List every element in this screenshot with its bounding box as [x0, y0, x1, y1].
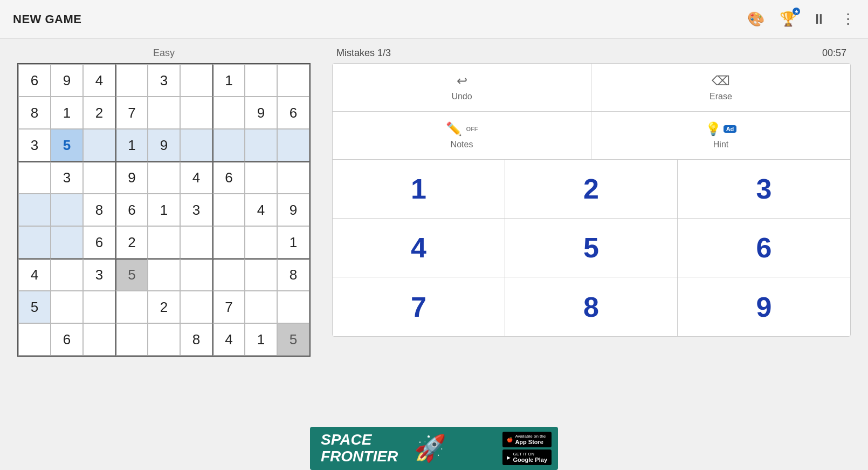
- sudoku-cell[interactable]: [148, 323, 180, 356]
- sudoku-cell[interactable]: [51, 194, 83, 226]
- sudoku-cell[interactable]: 2: [83, 97, 115, 129]
- sudoku-cell[interactable]: [212, 194, 245, 226]
- sudoku-cell[interactable]: 9: [51, 64, 83, 97]
- sudoku-cell[interactable]: [245, 258, 277, 291]
- sudoku-cell[interactable]: [277, 129, 309, 161]
- number-button-7[interactable]: 7: [333, 277, 505, 336]
- sudoku-cell[interactable]: [180, 97, 212, 129]
- number-button-2[interactable]: 2: [505, 160, 678, 219]
- sudoku-cell[interactable]: 4: [18, 258, 51, 291]
- sudoku-cell[interactable]: 2: [148, 291, 180, 323]
- sudoku-cell[interactable]: [277, 291, 309, 323]
- sudoku-cell[interactable]: [148, 97, 180, 129]
- sudoku-cell[interactable]: 1: [277, 226, 309, 258]
- sudoku-cell[interactable]: 4: [245, 194, 277, 226]
- sudoku-cell[interactable]: [51, 291, 83, 323]
- number-button-1[interactable]: 1: [333, 160, 505, 219]
- sudoku-cell[interactable]: [180, 64, 212, 97]
- sudoku-cell[interactable]: [51, 258, 83, 291]
- sudoku-cell[interactable]: 9: [115, 161, 148, 194]
- sudoku-cell[interactable]: [115, 323, 148, 356]
- sudoku-cell[interactable]: 6: [277, 97, 309, 129]
- sudoku-cell[interactable]: 3: [148, 64, 180, 97]
- sudoku-cell[interactable]: 2: [115, 226, 148, 258]
- sudoku-cell[interactable]: 9: [277, 194, 309, 226]
- sudoku-cell[interactable]: 9: [245, 97, 277, 129]
- sudoku-cell[interactable]: 8: [18, 97, 51, 129]
- sudoku-cell[interactable]: 1: [212, 64, 245, 97]
- sudoku-cell[interactable]: [180, 258, 212, 291]
- sudoku-cell[interactable]: 4: [212, 323, 245, 356]
- undo-button[interactable]: ↩ Undo: [333, 64, 591, 111]
- notes-button[interactable]: ✏️ OFF Notes: [333, 112, 591, 159]
- sudoku-cell[interactable]: [212, 258, 245, 291]
- sudoku-cell[interactable]: 3: [51, 161, 83, 194]
- pause-icon[interactable]: ⏸: [812, 11, 826, 28]
- sudoku-cell[interactable]: 6: [51, 323, 83, 356]
- more-menu-icon[interactable]: ⋮: [841, 11, 855, 28]
- sudoku-cell[interactable]: 6: [83, 226, 115, 258]
- sudoku-cell[interactable]: 1: [115, 129, 148, 161]
- sudoku-cell[interactable]: [18, 226, 51, 258]
- sudoku-cell[interactable]: 4: [180, 161, 212, 194]
- sudoku-cell[interactable]: [180, 129, 212, 161]
- number-button-4[interactable]: 4: [333, 219, 505, 277]
- sudoku-cell[interactable]: 3: [83, 258, 115, 291]
- trophy-icon[interactable]: 🏆 ★: [780, 11, 797, 28]
- sudoku-cell[interactable]: 5: [115, 258, 148, 291]
- number-button-9[interactable]: 9: [678, 277, 850, 336]
- sudoku-cell[interactable]: [51, 226, 83, 258]
- sudoku-cell[interactable]: 1: [245, 323, 277, 356]
- sudoku-cell[interactable]: 7: [115, 97, 148, 129]
- number-button-3[interactable]: 3: [678, 160, 850, 219]
- sudoku-cell[interactable]: 7: [212, 291, 245, 323]
- sudoku-cell[interactable]: 3: [180, 194, 212, 226]
- palette-icon[interactable]: 🎨: [747, 11, 764, 28]
- sudoku-cell[interactable]: [212, 226, 245, 258]
- sudoku-cell[interactable]: 5: [18, 291, 51, 323]
- sudoku-cell[interactable]: 3: [18, 129, 51, 161]
- sudoku-cell[interactable]: 6: [18, 64, 51, 97]
- sudoku-cell[interactable]: 1: [51, 97, 83, 129]
- sudoku-cell[interactable]: [148, 226, 180, 258]
- sudoku-cell[interactable]: [83, 323, 115, 356]
- sudoku-cell[interactable]: [18, 161, 51, 194]
- sudoku-cell[interactable]: 8: [277, 258, 309, 291]
- number-button-8[interactable]: 8: [505, 277, 678, 336]
- sudoku-cell[interactable]: [245, 226, 277, 258]
- sudoku-cell[interactable]: [83, 129, 115, 161]
- number-button-5[interactable]: 5: [505, 219, 678, 277]
- sudoku-cell[interactable]: [212, 97, 245, 129]
- sudoku-cell[interactable]: 6: [212, 161, 245, 194]
- sudoku-cell[interactable]: [180, 291, 212, 323]
- sudoku-cell[interactable]: [18, 323, 51, 356]
- sudoku-cell[interactable]: [115, 291, 148, 323]
- sudoku-cell[interactable]: 1: [148, 194, 180, 226]
- sudoku-cell[interactable]: [245, 64, 277, 97]
- google-play-badge[interactable]: ▶ GET IT ON Google Play: [502, 449, 552, 465]
- sudoku-cell[interactable]: 4: [83, 64, 115, 97]
- sudoku-cell[interactable]: [115, 64, 148, 97]
- sudoku-cell[interactable]: [245, 161, 277, 194]
- sudoku-cell[interactable]: [83, 291, 115, 323]
- sudoku-cell[interactable]: [212, 129, 245, 161]
- sudoku-cell[interactable]: 8: [180, 323, 212, 356]
- sudoku-cell[interactable]: [277, 64, 309, 97]
- sudoku-cell[interactable]: [83, 161, 115, 194]
- number-button-6[interactable]: 6: [678, 219, 850, 277]
- sudoku-cell[interactable]: 6: [115, 194, 148, 226]
- sudoku-cell[interactable]: 9: [148, 129, 180, 161]
- sudoku-cell[interactable]: 8: [83, 194, 115, 226]
- sudoku-cell[interactable]: [245, 129, 277, 161]
- app-store-badge[interactable]: 🍎 Available on the App Store: [502, 432, 552, 447]
- sudoku-cell[interactable]: [180, 226, 212, 258]
- sudoku-cell[interactable]: [148, 161, 180, 194]
- ad-banner[interactable]: SPACEFRONTIER 🚀 🍎 Available on the App S…: [310, 427, 558, 470]
- sudoku-cell[interactable]: [148, 258, 180, 291]
- hint-button[interactable]: 💡 Ad Hint: [591, 112, 850, 159]
- sudoku-cell[interactable]: [245, 291, 277, 323]
- sudoku-cell[interactable]: 5: [51, 129, 83, 161]
- erase-button[interactable]: ⌫ Erase: [591, 64, 850, 111]
- sudoku-cell[interactable]: [277, 161, 309, 194]
- sudoku-cell[interactable]: 5: [277, 323, 309, 356]
